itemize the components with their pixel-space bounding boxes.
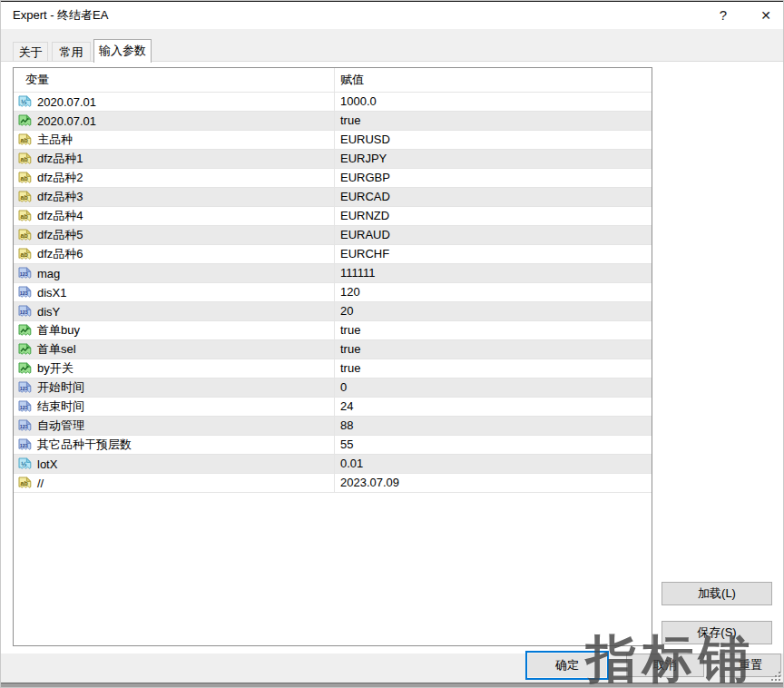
param-value[interactable]: 0 [334,378,652,397]
close-icon[interactable]: ✕ [755,2,777,29]
string-type-icon: ab [18,152,32,165]
table-row[interactable]: by开关 true [14,359,652,378]
table-row[interactable]: 首单buy true [14,321,652,340]
table-row[interactable]: 123 自动管理 88 [14,417,652,436]
table-row[interactable]: ab dfz品种1 EURJPY [14,150,652,169]
svg-text:ab: ab [21,480,28,487]
int-type-icon: 123 [18,286,32,299]
table-row[interactable]: ab dfz品种5 EURAUD [14,226,652,245]
table-row[interactable]: 123 mag 111111 [14,264,652,283]
param-value[interactable]: true [334,340,652,359]
table-row[interactable]: 123 disY 20 [14,302,652,321]
param-value[interactable]: 2023.07.09 [334,474,652,492]
string-type-icon: ab [18,248,32,260]
tab-inputs[interactable]: 输入参数 [93,39,152,63]
parameters-table: 变量 赋值 ½ 2020.07.01 1000.0 2020.07.01 tru… [13,67,652,646]
param-value[interactable]: 55 [334,436,652,454]
param-name: 开始时间 [37,379,84,396]
param-name: mag [37,267,60,280]
bool-type-icon [18,362,32,375]
param-value[interactable]: EURCAD [334,188,652,206]
table-row[interactable]: ab dfz品种6 EURCHF [14,245,652,264]
param-value[interactable]: EURUSD [334,131,652,149]
window-bottom-edge [0,683,784,688]
table-row[interactable]: ab // 2023.07.09 [14,474,652,493]
svg-text:ab: ab [21,175,28,182]
ok-button[interactable]: 确定 [525,651,609,680]
table-body: ½ 2020.07.01 1000.0 2020.07.01 true ab 主… [14,93,652,493]
param-name: dfz品种2 [37,170,83,186]
param-name: disX1 [37,286,67,300]
svg-text:ab: ab [21,137,28,143]
svg-text:123: 123 [20,290,28,296]
bool-type-icon [18,324,32,337]
table-row[interactable]: 首单sel true [14,340,652,359]
string-type-icon: ab [18,229,32,241]
int-type-icon: 123 [18,267,32,280]
param-name: 首单buy [37,322,80,339]
table-row[interactable]: ½ lotX 0.01 [14,455,652,474]
param-value[interactable]: true [334,112,652,130]
param-value[interactable]: EURNZD [334,207,652,225]
param-value[interactable]: 120 [334,283,652,301]
table-row[interactable]: ½ 2020.07.01 1000.0 [14,93,652,112]
svg-text:ab: ab [21,232,28,239]
column-header-variable: 变量 [14,68,334,92]
param-name: disY [37,305,60,319]
param-name: dfz品种3 [37,189,83,205]
table-row[interactable]: ab dfz品种3 EURCAD [14,188,652,207]
param-name: 其它品种干预层数 [37,437,132,453]
load-button[interactable]: 加载(L) [662,582,772,605]
table-row[interactable]: 123 disX1 120 [14,283,652,302]
param-value[interactable]: 88 [334,417,652,435]
param-name: dfz品种6 [37,246,83,262]
param-name: 2020.07.01 [37,114,96,128]
param-value[interactable]: 0.01 [334,455,652,473]
table-row[interactable]: ab 主品种 EURUSD [14,131,652,150]
save-button[interactable]: 保存(S) [662,621,772,644]
param-value[interactable]: true [334,359,652,378]
int-type-icon: 123 [18,400,32,413]
title-bar: Expert - 终结者EA ? ✕ [0,2,784,29]
param-name: // [37,477,44,490]
svg-text:ab: ab [21,213,28,220]
param-value[interactable]: EURGBP [334,169,652,187]
table-row[interactable]: 123 其它品种干预层数 55 [14,436,652,455]
int-type-icon: 123 [18,305,32,318]
svg-text:ab: ab [21,156,28,162]
param-name: 首单sel [37,341,76,358]
tab-about[interactable]: 关于 [13,42,48,62]
svg-text:123: 123 [20,424,28,429]
param-value[interactable]: 24 [334,398,652,416]
table-row[interactable]: ab dfz品种2 EURGBP [14,169,652,188]
int-type-icon: 123 [18,438,32,451]
svg-text:½: ½ [21,460,27,468]
svg-text:ab: ab [21,251,28,258]
int-type-icon: 123 [18,419,32,432]
param-value[interactable]: 1000.0 [334,93,652,111]
param-value[interactable]: true [334,321,652,339]
bool-type-icon [18,114,32,127]
param-value[interactable]: EURCHF [334,245,652,263]
param-value[interactable]: EURJPY [334,150,652,168]
svg-text:ab: ab [21,194,28,201]
resize-grip-icon[interactable] [771,672,781,682]
tab-common[interactable]: 常用 [52,42,91,62]
cancel-button[interactable]: 取消 [626,654,704,677]
param-name: 主品种 [37,132,73,148]
string-type-icon: ab [18,210,32,222]
param-value[interactable]: EURAUD [334,226,652,244]
double-type-icon: ½ [18,95,32,108]
int-type-icon: 123 [18,381,32,394]
help-icon[interactable]: ? [713,2,733,29]
table-row[interactable]: 2020.07.01 true [14,112,652,131]
svg-text:123: 123 [20,386,28,391]
table-row[interactable]: 123 结束时间 24 [14,398,652,417]
double-type-icon: ½ [18,457,32,470]
param-name: dfz品种1 [37,151,83,167]
table-row[interactable]: ab dfz品种4 EURNZD [14,207,652,226]
table-header-row: 变量 赋值 [14,68,652,93]
param-value[interactable]: 111111 [334,264,652,282]
table-row[interactable]: 123 开始时间 0 [14,378,652,398]
param-value[interactable]: 20 [334,302,652,320]
